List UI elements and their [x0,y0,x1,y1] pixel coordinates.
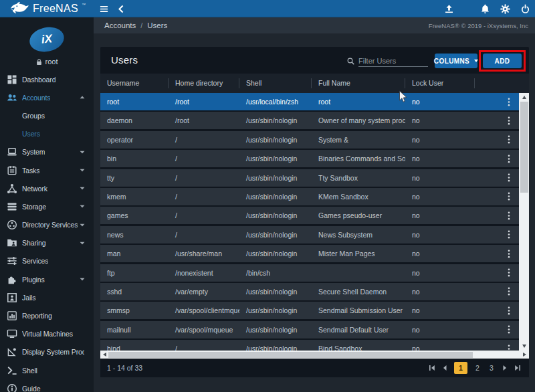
scroll-down-arrow[interactable] [519,342,529,350]
row-menu-button[interactable] [508,268,510,277]
row-menu-button[interactable] [508,250,510,258]
sidebar-item-virtual-machines[interactable]: Virtual Machines [0,325,94,343]
filter-users-input[interactable] [358,56,428,67]
table-row-man[interactable]: man/usr/share/man/usr/sbin/nologinMister… [100,245,519,262]
table-row-bin[interactable]: bin//usr/sbin/nologinBinaries Commands a… [100,150,519,167]
cell-actions [475,135,519,144]
table-row-mailnull[interactable]: mailnull/var/spool/mqueue/usr/sbin/nolog… [100,321,519,338]
table-row-tty[interactable]: tty//usr/sbin/nologinTty Sandboxno [100,169,519,187]
table-row-bind[interactable]: bind//usr/sbin/nologinBind Sandboxno [100,340,519,351]
sidebar-item-accounts[interactable]: Accounts [0,88,94,106]
row-menu-button[interactable] [508,98,510,106]
row-menu-button[interactable] [508,230,510,239]
cell: /usr/sbin/nologin [239,231,312,239]
sidebar-item-guide[interactable]: Guide [0,379,94,392]
table-row-ftp[interactable]: ftp/nonexistent/bin/cshno [100,264,519,282]
page-button-2[interactable]: 2 [473,364,481,372]
topbar: FreeNAS ™ [0,0,535,17]
page-button-1[interactable]: 1 [454,362,467,374]
page-button-3[interactable]: 3 [488,364,496,372]
sidebar-item-services[interactable]: Services [0,252,94,270]
breadcrumb-accounts[interactable]: Accounts [104,21,136,29]
table-row-operator[interactable]: operator//usr/sbin/nologinSystem &no [100,131,519,149]
horizontal-scrollbar[interactable] [100,351,529,359]
horizontal-scrollbar-thumb[interactable] [108,352,473,358]
cell: kmem [100,193,169,201]
row-menu-button[interactable] [508,192,510,201]
cell: root [312,98,405,106]
cell: /usr/sbin/nologin [239,155,312,163]
sidebar-item-sharing[interactable]: Sharing [0,234,94,252]
scroll-left-arrow[interactable] [101,351,108,359]
sidebar-item-dashboard[interactable]: Dashboard [0,70,94,88]
sidebar-item-storage[interactable]: Storage [0,197,94,215]
notifications-button[interactable] [479,3,491,15]
row-menu-button[interactable] [508,306,510,315]
table-row-games[interactable]: games//usr/sbin/nologinGames pseudo-user… [100,207,519,224]
back-button[interactable] [114,2,128,15]
sidebar-item-network[interactable]: Network [0,179,94,197]
settings-button[interactable] [500,3,511,15]
vertical-scrollbar-thumb[interactable] [520,102,528,193]
power-button[interactable] [520,3,531,15]
first-page-button[interactable] [429,365,435,371]
table-row-root[interactable]: root/root/usr/local/bin/zshrootno [100,93,519,110]
cell: /usr/share/man [169,250,239,258]
row-menu-button[interactable] [508,155,510,163]
cell-actions [475,230,519,239]
next-page-button[interactable] [502,365,508,371]
row-menu-button[interactable] [508,135,510,144]
sidebar-item-plugins[interactable]: Plugins [0,270,94,288]
table-row-sshd[interactable]: sshd/var/empty/usr/sbin/nologinSecure Sh… [100,283,519,300]
previous-page-button[interactable] [441,365,448,371]
row-menu-button[interactable] [508,325,510,334]
sidebar-item-groups[interactable]: Groups [0,106,94,124]
columns-button[interactable]: COLUMNS [435,54,477,68]
row-menu-button[interactable] [508,211,510,220]
menu-icon [99,4,109,14]
sidebar-item-label: Network [22,185,47,193]
sidebar-item-shell[interactable]: Shell [0,361,94,379]
freenas-logo[interactable]: FreeNAS ™ [9,0,86,17]
column-header-full-name[interactable]: Full Name [312,78,405,88]
no-icon [7,110,17,121]
row-menu-button[interactable] [508,116,510,125]
scroll-up-arrow[interactable] [519,94,529,101]
column-header-actions [475,78,529,88]
sidebar-item-directory-services[interactable]: Directory Services [0,216,94,234]
menu-button[interactable] [96,2,111,15]
column-header-lock-user[interactable]: Lock User [405,78,475,88]
search-icon [346,57,355,66]
sidebar-item-jails[interactable]: Jails [0,288,94,306]
topbar-actions [443,0,531,17]
scroll-right-arrow[interactable] [521,351,528,359]
add-button[interactable]: ADD [483,54,522,68]
cell: /usr/sbin/nologin [239,326,312,334]
column-header-home-directory[interactable]: Home directory [169,78,239,88]
column-header-username[interactable]: Username [100,78,169,88]
update-button[interactable] [443,3,455,15]
vertical-scrollbar[interactable] [519,93,529,351]
cell: /bin/csh [239,269,312,277]
dashboard-icon [7,74,17,85]
lock-icon [36,58,42,66]
row-menu-button[interactable] [508,287,510,296]
table-row-kmem[interactable]: kmem//usr/sbin/nologinKMem Sandboxno [100,188,519,205]
table-row-daemon[interactable]: daemon/root/usr/sbin/nologinOwner of man… [100,112,519,129]
breadcrumb-users[interactable]: Users [147,21,167,29]
ix-logo[interactable]: iX [27,24,66,55]
accounts-icon [7,92,17,103]
sidebar-item-users[interactable]: Users [0,125,94,143]
chevron-down-icon [80,223,85,227]
cell: games [100,211,169,219]
row-menu-button[interactable] [508,345,510,351]
table-row-news[interactable]: news//usr/sbin/nologinNews Subsystemno [100,226,519,243]
sidebar-item-reporting[interactable]: Reporting [0,306,94,324]
row-menu-button[interactable] [508,173,510,182]
column-header-shell[interactable]: Shell [239,78,312,88]
sidebar-item-display-system-processes[interactable]: Display System Processes [0,343,94,361]
table-row-smmsp[interactable]: smmsp/var/spool/clientmqueue/usr/sbin/no… [100,302,519,319]
sidebar-item-tasks[interactable]: Tasks [0,161,94,179]
last-page-button[interactable] [514,365,521,371]
sidebar-item-system[interactable]: System [0,143,94,161]
